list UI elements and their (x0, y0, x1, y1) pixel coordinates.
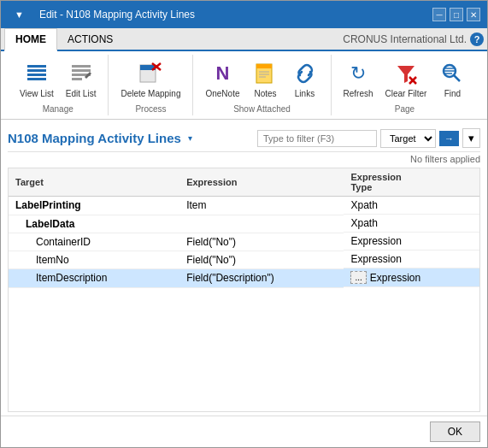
edit-list-icon (68, 60, 95, 87)
view-list-btn[interactable]: View List (15, 58, 59, 101)
ribbon-group-show-attached: N OneNote Notes (193, 55, 331, 115)
svg-rect-2 (27, 74, 46, 76)
cell-expression: Field("Description") (179, 268, 344, 287)
show-attached-items: N OneNote Notes (200, 56, 323, 103)
view-list-icon (23, 60, 50, 87)
clear-filter-icon (392, 60, 420, 87)
refresh-label: Refresh (344, 89, 373, 99)
links-icon (291, 60, 319, 87)
help-icon[interactable]: ? (470, 32, 484, 46)
ok-button[interactable]: OK (430, 421, 480, 442)
view-list-label: View List (20, 89, 54, 99)
cell-expression: Item (179, 197, 344, 215)
col-target: Target (9, 168, 179, 197)
title-bar-controls: ─ □ ✕ (432, 8, 480, 21)
cell-target: ItemNo (9, 251, 179, 268)
show-attached-label: Show Attached (233, 103, 291, 114)
close-btn[interactable]: ✕ (467, 8, 480, 21)
table-row[interactable]: ContainerIDField("No")Expression (9, 233, 479, 251)
svg-rect-7 (72, 78, 82, 80)
refresh-btn[interactable]: ↻ Refresh (338, 58, 379, 101)
links-label: Links (295, 89, 315, 99)
edit-list-btn[interactable]: Edit List (61, 58, 102, 101)
svg-rect-14 (256, 64, 272, 68)
tab-home[interactable]: HOME (4, 28, 57, 51)
col-expression-type: Expression Type (344, 168, 479, 197)
notes-btn[interactable]: Notes (247, 58, 285, 101)
ribbon-group-page: ↻ Refresh Clear Filter (332, 55, 479, 115)
ribbon-group-manage: View List Edit List Manage (8, 55, 109, 115)
page-title-dropdown[interactable]: ▾ (188, 133, 192, 143)
clear-filter-btn[interactable]: Clear Filter (380, 58, 432, 101)
no-filters-label: No filters applied (8, 152, 480, 166)
page-title: N108 Mapping Activity Lines (8, 131, 181, 145)
edit-list-label: Edit List (66, 89, 97, 99)
process-items: Delete Mapping (115, 56, 185, 103)
svg-rect-3 (27, 78, 46, 80)
table-row[interactable]: ItemDescriptionField("Description")...Ex… (9, 268, 479, 287)
cell-target: LabelPrinting (9, 197, 179, 215)
maximize-btn[interactable]: □ (450, 8, 463, 21)
ribbon-content: View List Edit List Manage (1, 51, 487, 120)
clear-filter-label: Clear Filter (385, 89, 427, 99)
data-table: Target Expression Expression Type LabelP… (9, 168, 479, 288)
cell-expression (179, 215, 344, 233)
filter-input[interactable] (257, 130, 377, 147)
notes-icon (252, 60, 279, 87)
onenote-icon: N (209, 60, 236, 87)
minimize-btn[interactable]: ─ (432, 8, 446, 21)
filter-box: Target → ▾ (257, 128, 480, 148)
page-label: Page (395, 103, 415, 114)
svg-rect-5 (72, 69, 91, 72)
window-title: Edit - N108 Mapping Activity Lines (39, 9, 195, 21)
cell-expression-type: Xpath (344, 197, 479, 215)
svg-rect-4 (72, 65, 91, 68)
title-bar-left: ▼ Edit - N108 Mapping Activity Lines (8, 5, 195, 24)
cell-target: ItemDescription (9, 268, 179, 287)
footer: OK (1, 416, 487, 447)
page-header: N108 Mapping Activity Lines ▾ Target → ▾ (8, 123, 480, 152)
table-row[interactable]: ItemNoField("No")Expression (9, 251, 479, 268)
cell-target: ContainerID (9, 233, 179, 251)
cell-expression-type: ...Expression (344, 268, 479, 287)
cell-expression-type: Xpath (344, 215, 479, 233)
tab-actions[interactable]: ACTIONS (57, 29, 123, 50)
cell-expression: Field("No") (179, 233, 344, 251)
page-items: ↻ Refresh Clear Filter (338, 56, 472, 103)
cell-expression-type: Expression (344, 233, 479, 251)
find-icon (438, 60, 466, 87)
filter-expand-btn[interactable]: ▾ (462, 128, 480, 148)
main-window: ▼ Edit - N108 Mapping Activity Lines ─ □… (0, 0, 488, 448)
find-label: Find (444, 89, 461, 99)
ribbon-tabs: HOME ACTIONS CRONUS International Ltd. ? (1, 28, 487, 51)
delete-mapping-btn[interactable]: Delete Mapping (115, 58, 185, 101)
refresh-icon: ↻ (344, 60, 372, 87)
delete-mapping-label: Delete Mapping (121, 89, 180, 99)
table-row[interactable]: LabelDataXpath (9, 215, 479, 233)
manage-items: View List Edit List (15, 56, 101, 103)
links-btn[interactable]: Links (286, 58, 324, 101)
svg-rect-1 (27, 69, 46, 72)
data-table-wrapper: Target Expression Expression Type LabelP… (8, 168, 480, 412)
title-bar: ▼ Edit - N108 Mapping Activity Lines ─ □… (1, 1, 487, 28)
table-header-row: Target Expression Expression Type (9, 168, 479, 197)
notes-label: Notes (254, 89, 276, 99)
cell-expression: Field("No") (179, 251, 344, 268)
svg-rect-0 (27, 65, 46, 68)
content-area: N108 Mapping Activity Lines ▾ Target → ▾… (1, 120, 487, 416)
title-dropdown-btn[interactable]: ▼ (8, 5, 31, 24)
filter-field-select[interactable]: Target (380, 129, 436, 148)
onenote-btn[interactable]: N OneNote (200, 58, 244, 101)
expression-ellipsis-btn[interactable]: ... (350, 271, 366, 284)
ribbon-group-process: Delete Mapping Process (109, 55, 193, 115)
cell-expression-type: Expression (344, 251, 479, 268)
ribbon-company: CRONUS International Ltd. ? (343, 32, 484, 50)
table-row[interactable]: LabelPrintingItemXpath (9, 197, 479, 215)
filter-go-btn[interactable]: → (439, 131, 459, 146)
col-expression: Expression (179, 168, 344, 197)
manage-label: Manage (43, 103, 73, 114)
svg-line-22 (454, 75, 460, 81)
onenote-label: OneNote (205, 89, 239, 99)
process-label: Process (135, 103, 166, 114)
find-btn[interactable]: Find (433, 58, 471, 101)
